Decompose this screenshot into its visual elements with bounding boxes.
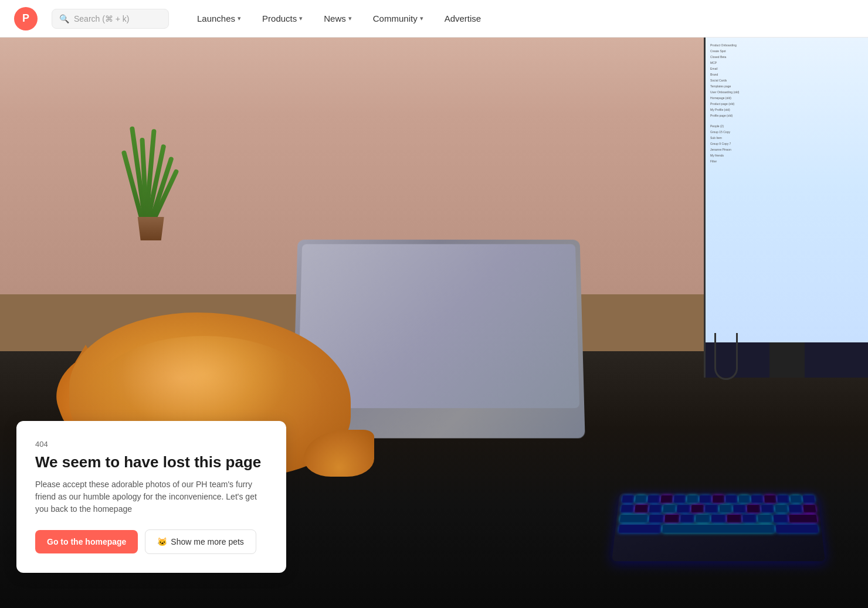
error-description: Please accept these adorable photos of o… xyxy=(35,478,267,515)
plant-pot xyxy=(136,217,165,240)
nav-label-launches: Launches xyxy=(197,13,235,23)
error-card: 404 We seem to have lost this page Pleas… xyxy=(16,421,286,573)
nav-item-community[interactable]: Community ▾ xyxy=(364,9,433,28)
plant-leaves xyxy=(127,126,174,220)
nav-item-advertise[interactable]: Advertise xyxy=(435,9,491,28)
chevron-down-icon: ▾ xyxy=(238,15,241,22)
plant xyxy=(121,123,180,240)
show-more-pets-button[interactable]: 🐱 Show me more pets xyxy=(145,529,256,554)
nav-item-products[interactable]: Products ▾ xyxy=(253,9,312,28)
go-to-homepage-button[interactable]: Go to the homepage xyxy=(35,530,138,553)
search-icon: 🔍 xyxy=(59,14,69,23)
monitor-screen-content: Product Onboarding Create Spot Closed Be… xyxy=(706,38,868,169)
cable xyxy=(714,333,738,380)
search-input-placeholder: Search (⌘ + k) xyxy=(74,14,130,23)
keyboard xyxy=(612,493,825,561)
search-bar[interactable]: 🔍 Search (⌘ + k) xyxy=(52,9,169,29)
hero-section: Product Onboarding Create Spot Closed Be… xyxy=(0,38,868,608)
main-nav: Launches ▾ Products ▾ News ▾ Community ▾… xyxy=(188,9,490,28)
monitor-stand xyxy=(769,342,805,378)
header: P 🔍 Search (⌘ + k) Launches ▾ Products ▾… xyxy=(0,0,868,38)
show-more-pets-label: Show me more pets xyxy=(171,537,244,546)
chevron-down-icon: ▾ xyxy=(420,15,423,22)
logo-wrapper[interactable]: P xyxy=(14,7,38,30)
monitor-screen: Product Onboarding Create Spot Closed Be… xyxy=(706,38,868,342)
pets-emoji-icon: 🐱 xyxy=(157,537,167,546)
chevron-down-icon: ▾ xyxy=(299,15,303,22)
error-title: We seem to have lost this page xyxy=(35,453,267,471)
logo-letter: P xyxy=(22,12,29,25)
error-buttons: Go to the homepage 🐱 Show me more pets xyxy=(35,529,267,554)
logo[interactable]: P xyxy=(14,7,38,30)
error-code: 404 xyxy=(35,440,267,449)
nav-item-news[interactable]: News ▾ xyxy=(314,9,361,28)
chevron-down-icon: ▾ xyxy=(348,15,352,22)
monitor-right: Product Onboarding Create Spot Closed Be… xyxy=(704,38,868,378)
nav-item-launches[interactable]: Launches ▾ xyxy=(188,9,250,28)
nav-label-advertise: Advertise xyxy=(445,13,482,23)
nav-label-news: News xyxy=(324,13,346,23)
nav-label-products: Products xyxy=(262,13,297,23)
nav-label-community: Community xyxy=(373,13,418,23)
